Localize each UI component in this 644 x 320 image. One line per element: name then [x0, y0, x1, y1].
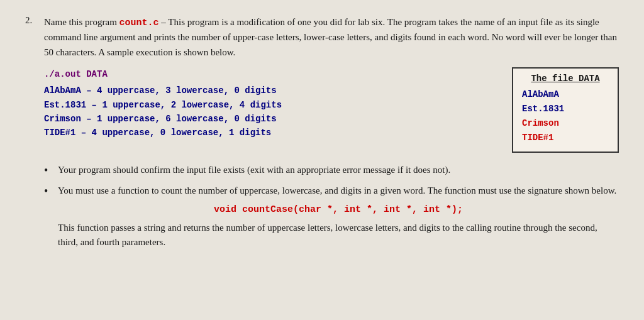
output-line-3: Crimson – 1 uppercase, 6 lowercase, 0 di… — [44, 112, 499, 126]
bullet-2-after: This function passes a string and return… — [58, 223, 597, 247]
bullet-item-1: • Your program should confirm the input … — [44, 163, 619, 179]
problem-header: Name this program count.c – This program… — [44, 15, 619, 60]
file-box-content: AlAbAmA Est.1831 Crimson TIDE#1 — [522, 87, 609, 145]
function-signature: void countCase(char *, int *, int *, int… — [58, 202, 619, 217]
bullets-section: • Your program should confirm the input … — [44, 163, 619, 250]
problem-content: Name this program count.c – This program… — [44, 15, 619, 255]
program-name: count.c — [119, 18, 159, 28]
file-box: The file DATA AlAbAmA Est.1831 Crimson T… — [512, 67, 619, 153]
output-line-2: Est.1831 – 1 uppercase, 2 lowercase, 4 d… — [44, 98, 499, 112]
bullet-2-before: You must use a function to count the num… — [58, 185, 616, 196]
problem-container: 2. Name this program count.c – This prog… — [25, 15, 619, 255]
bullet-text-1: Your program should confirm the input fi… — [58, 163, 450, 177]
bullet-item-2: • You must use a function to count the n… — [44, 184, 619, 250]
output-line-4: TIDE#1 – 4 uppercase, 0 lowercase, 1 dig… — [44, 126, 499, 140]
bullet-dot-1: • — [44, 163, 52, 179]
bullet-text-2: You must use a function to count the num… — [58, 184, 619, 250]
left-content: ./a.out DATA AlAbAmA – 4 uppercase, 3 lo… — [44, 67, 499, 143]
problem-number: 2. — [25, 15, 44, 255]
code-block: ./a.out DATA AlAbAmA – 4 uppercase, 3 lo… — [44, 67, 499, 140]
command-line: ./a.out DATA — [44, 67, 499, 81]
bullet-dot-2: • — [44, 184, 52, 199]
file-word-alabama: AlAbAmA — [522, 87, 609, 102]
file-word-tide1: TIDE#1 — [522, 131, 609, 145]
main-body: ./a.out DATA AlAbAmA – 4 uppercase, 3 lo… — [44, 67, 619, 153]
file-word-crimson: Crimson — [522, 116, 609, 131]
file-word-est1831: Est.1831 — [522, 102, 609, 116]
output-line-1: AlAbAmA – 4 uppercase, 3 lowercase, 0 di… — [44, 84, 499, 97]
file-box-title: The file DATA — [522, 74, 609, 84]
